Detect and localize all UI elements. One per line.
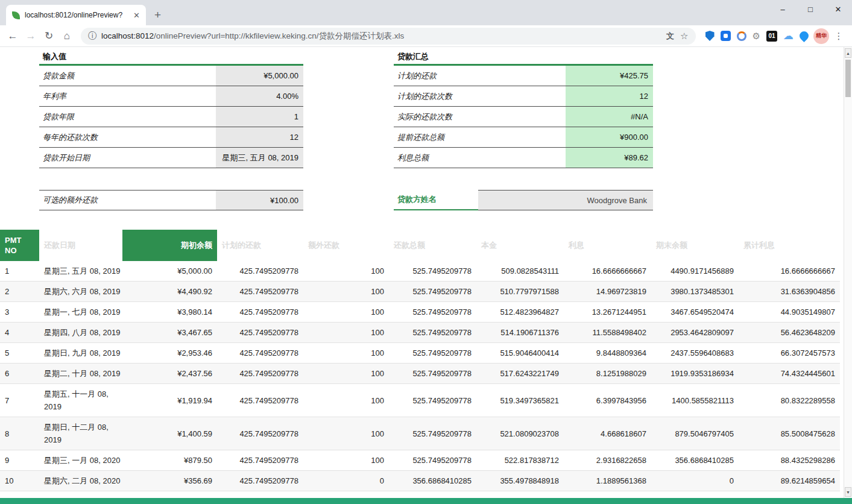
url-text: localhost:8012/onlinePreview?url=http://… — [101, 31, 661, 42]
cell: 88.4325298286 — [739, 450, 840, 471]
badge-01-extension-icon[interactable]: 01 — [766, 31, 777, 42]
summary-section: 贷款汇总 计划的还款 ¥425.75 计划的还款次数 12 实际的还款次数 #N… — [394, 49, 653, 168]
cell: 4490.9171456889 — [651, 261, 739, 282]
profile-avatar[interactable]: 精华 — [813, 28, 829, 44]
cell: 2.9316822658 — [564, 450, 651, 471]
summary-value: ¥425.75 — [566, 66, 653, 86]
cell: ¥4,490.92 — [122, 282, 217, 302]
cell: 100 — [303, 384, 389, 417]
input-section: 输入值 贷款金额 ¥5,000.00 年利率 4.00% 贷款年限 1 每年的还… — [39, 49, 303, 168]
cell: 517.6243221749 — [476, 364, 564, 384]
back-button[interactable]: ← — [4, 27, 22, 45]
cell: 515.9046400414 — [476, 343, 564, 364]
cell: 2953.4642809097 — [651, 323, 739, 343]
forward-button[interactable]: → — [22, 27, 40, 45]
shield-extension-icon[interactable] — [705, 31, 715, 41]
cell: 425.7495209778 — [217, 364, 303, 384]
reload-button[interactable]: ↻ — [40, 27, 58, 45]
browser-tab[interactable]: localhost:8012/onlinePreview? ✕ — [6, 5, 146, 25]
header-total-payment: 还款总额 — [389, 230, 476, 261]
input-section-title: 输入值 — [39, 49, 303, 66]
cell: 425.7495209778 — [217, 302, 303, 323]
menu-icon[interactable]: ⋮ — [831, 31, 846, 42]
blue-extension-icon[interactable] — [721, 31, 731, 41]
cell: 9.8448809364 — [564, 343, 651, 364]
cell: ¥2,437.56 — [122, 364, 217, 384]
close-button[interactable]: ✕ — [824, 0, 852, 18]
input-value: 星期三, 五月 08, 2019 — [216, 148, 303, 168]
table-header-row: PMT NO 还款日期 期初余额 计划的还款 额外还款 还款总额 本金 利息 期… — [0, 230, 840, 261]
cell: 星期五, 十一月 08, 2019 — [39, 384, 122, 417]
table-row: 5星期日, 九月 08, 2019¥2,953.46425.7495209778… — [0, 343, 840, 364]
bird-extension-icon[interactable] — [798, 30, 810, 42]
vertical-scrollbar[interactable]: ▲ ▼ — [844, 47, 852, 498]
minimize-button[interactable]: – — [769, 0, 797, 18]
cell: ¥2,953.46 — [122, 343, 217, 364]
cell: 星期三, 五月 08, 2019 — [39, 261, 122, 282]
page-info-icon[interactable]: ⓘ — [88, 31, 96, 42]
header-beginning-balance: 期初余额 — [122, 230, 217, 261]
cell: 4 — [0, 323, 39, 343]
cell: 7 — [0, 384, 39, 417]
cell: 14.969723819 — [564, 282, 651, 302]
input-row: 每年的还款次数 12 — [39, 127, 303, 148]
cell: 16.6666666667 — [739, 261, 840, 282]
lender-value: Woodgrove Bank — [478, 190, 653, 210]
cell: 525.7495209778 — [389, 417, 476, 450]
cell: 85.5008475628 — [739, 417, 840, 450]
omnibox-actions: 文 ☆ — [666, 31, 688, 42]
input-label: 贷款金额 — [39, 66, 216, 86]
new-tab-button[interactable]: + — [146, 5, 169, 25]
cell: 89.6214859654 — [739, 471, 840, 491]
cell: ¥5,000.00 — [122, 261, 217, 282]
table-row: 9星期三, 一月 08, 2020¥879.50425.749520977810… — [0, 450, 840, 471]
cell: 1 — [0, 261, 39, 282]
cell: 525.7495209778 — [389, 323, 476, 343]
input-value: 12 — [216, 127, 303, 147]
extra-payment-row: 可选的额外还款 ¥100.00 — [39, 190, 303, 210]
gear-extension-icon[interactable]: ⚙ — [753, 31, 760, 40]
cell: 3467.6549520474 — [651, 302, 739, 323]
cell: 6 — [0, 364, 39, 384]
cell: 525.7495209778 — [389, 282, 476, 302]
favicon-leaf-icon — [12, 11, 20, 19]
cell: 1.1889561368 — [564, 471, 651, 491]
ring-extension-icon[interactable] — [737, 31, 746, 41]
scroll-up-button[interactable]: ▲ — [845, 48, 851, 58]
cell: 100 — [303, 261, 389, 282]
table-row: 10星期六, 二月 08, 2020¥356.69425.74952097780… — [0, 471, 840, 491]
preview-footer-bar — [0, 498, 852, 504]
cell: 3980.1373485301 — [651, 282, 739, 302]
browser-toolbar: ← → ↻ ⌂ ⓘ localhost:8012/onlinePreview?u… — [0, 25, 852, 47]
url-host: localhost:8012 — [101, 31, 154, 40]
cell: 355.4978848918 — [476, 471, 564, 491]
tab-close-icon[interactable]: ✕ — [133, 11, 140, 20]
cell: 74.4324445601 — [739, 364, 840, 384]
table-row: 3星期一, 七月 08, 2019¥3,980.14425.7495209778… — [0, 302, 840, 323]
url-path: /onlinePreview?url=http://kkfileview.kek… — [154, 31, 404, 40]
header-payment-date: 还款日期 — [39, 230, 122, 261]
cell: ¥3,467.65 — [122, 323, 217, 343]
extension-icons: ⚙ 01 ☁ — [705, 31, 809, 42]
table-row: 4星期四, 八月 08, 2019¥3,467.65425.7495209778… — [0, 323, 840, 343]
scroll-down-button[interactable]: ▼ — [845, 487, 851, 497]
cell: 星期六, 二月 08, 2020 — [39, 471, 122, 491]
cell: 100 — [303, 282, 389, 302]
address-bar[interactable]: ⓘ localhost:8012/onlinePreview?url=http:… — [81, 28, 696, 45]
cell: 356.6868410285 — [651, 450, 739, 471]
summary-value: ¥900.00 — [566, 127, 653, 147]
cloud-extension-icon[interactable]: ☁ — [783, 31, 794, 41]
bookmark-star-icon[interactable]: ☆ — [680, 31, 688, 42]
cell: 100 — [303, 302, 389, 323]
cell: 100 — [303, 417, 389, 450]
tab-strip: localhost:8012/onlinePreview? ✕ + – □ ✕ — [0, 0, 852, 25]
input-row: 贷款金额 ¥5,000.00 — [39, 66, 303, 86]
cell: 8.1251988029 — [564, 364, 651, 384]
maximize-button[interactable]: □ — [797, 0, 824, 18]
home-button[interactable]: ⌂ — [58, 27, 76, 45]
spreadsheet-preview: 输入值 贷款金额 ¥5,000.00 年利率 4.00% 贷款年限 1 每年的还… — [0, 47, 844, 498]
scroll-thumb[interactable] — [845, 60, 851, 97]
translate-icon[interactable]: 文 — [666, 31, 674, 42]
cell: 100 — [303, 450, 389, 471]
header-principal: 本金 — [476, 230, 564, 261]
